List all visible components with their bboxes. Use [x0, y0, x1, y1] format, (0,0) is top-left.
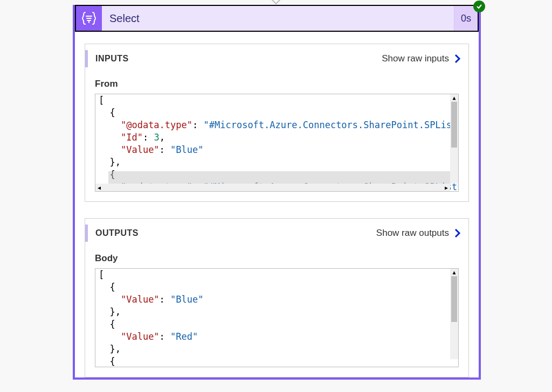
scroll-thumb[interactable]: [451, 102, 457, 148]
scroll-right-icon[interactable]: ▶: [443, 181, 450, 192]
select-action-icon: [76, 6, 102, 31]
scroll-left-icon[interactable]: ◀: [95, 181, 103, 192]
chevron-right-icon[interactable]: [452, 53, 463, 64]
action-title: Select: [102, 6, 454, 31]
scroll-up-icon[interactable]: ▲: [450, 94, 458, 102]
scrollbar-vertical[interactable]: ▲: [450, 94, 458, 184]
action-card: Select 0s INPUTS Show raw inputs: [73, 5, 481, 380]
success-badge-icon: [473, 1, 485, 12]
inputs-title: INPUTS: [95, 54, 129, 64]
show-raw-outputs-link[interactable]: Show raw outputs: [376, 228, 449, 239]
from-label: From: [95, 79, 459, 89]
accent-stripe: [85, 50, 88, 67]
show-raw-inputs-link[interactable]: Show raw inputs: [382, 53, 449, 64]
accent-stripe: [85, 225, 88, 242]
json-lines: [ { "Value": "Blue" }, { "Value": "Red" …: [95, 269, 458, 367]
scroll-up-icon[interactable]: ▲: [450, 269, 458, 276]
chevron-right-icon[interactable]: [452, 228, 463, 239]
outputs-title: OUTPUTS: [95, 228, 139, 238]
inputs-panel: INPUTS Show raw inputs From [ { "@odata.…: [85, 44, 469, 202]
scrollbar-vertical[interactable]: ▲: [450, 269, 458, 359]
selection-highlight: [108, 171, 450, 184]
outputs-json-editor[interactable]: [ { "Value": "Blue" }, { "Value": "Red" …: [95, 268, 459, 367]
card-header[interactable]: Select 0s: [75, 5, 479, 32]
inputs-json-editor[interactable]: [ { "@odata.type": "#Microsoft.Azure.Con…: [95, 94, 459, 192]
scrollbar-horizontal[interactable]: ◀ ▶: [95, 184, 450, 191]
outputs-panel: OUTPUTS Show raw outputs Body [ { "Value…: [85, 218, 469, 377]
scroll-thumb[interactable]: [451, 276, 457, 322]
body-label: Body: [95, 253, 459, 264]
